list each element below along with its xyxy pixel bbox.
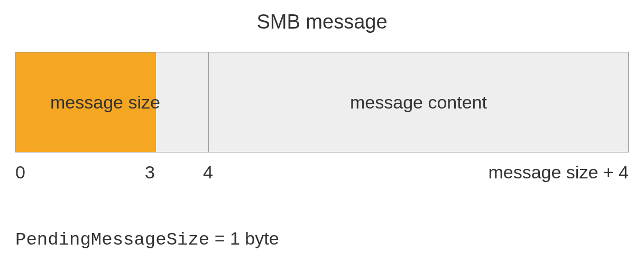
offset-labels: 0 3 4 message size + 4 (15, 162, 629, 188)
diagram-title: SMB message (13, 11, 631, 33)
message-diagram: message size message content 0 3 4 messa… (15, 52, 629, 250)
tick-3: 3 (145, 162, 155, 183)
tick-end: message size + 4 (488, 162, 629, 183)
equation-value: = 1 byte (209, 228, 279, 248)
footer-equation: PendingMessageSize = 1 byte (15, 228, 629, 250)
tick-4: 4 (203, 162, 213, 183)
tick-0: 0 (15, 162, 25, 183)
gap-segment (156, 52, 209, 152)
variable-name: PendingMessageSize (15, 230, 209, 250)
message-box: message size message content (15, 52, 629, 152)
message-content-segment: message content (209, 52, 628, 152)
message-size-label: message size (50, 92, 160, 113)
